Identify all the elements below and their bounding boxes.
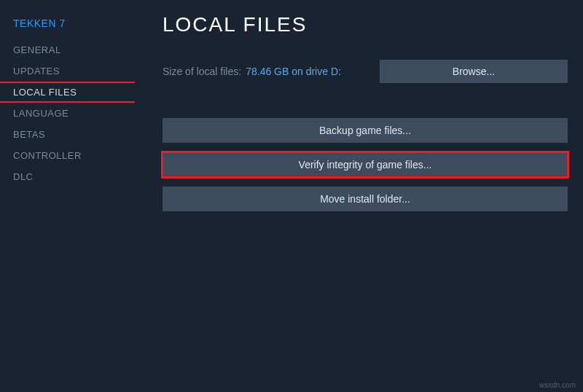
move-button[interactable]: Move install folder... <box>163 187 568 211</box>
page-title: LOCAL FILES <box>163 13 568 36</box>
sidebar-item-local-files[interactable]: LOCAL FILES <box>0 82 135 103</box>
size-row: Size of local files: 78.46 GB on drive D… <box>163 60 568 83</box>
size-label: Size of local files: <box>163 66 241 77</box>
browse-button[interactable]: Browse... <box>380 60 568 83</box>
sidebar-item-label: BETAS <box>13 129 45 140</box>
size-value: 78.46 GB on drive D: <box>246 66 375 77</box>
sidebar-item-label: GENERAL <box>13 44 61 55</box>
sidebar-item-updates[interactable]: UPDATES <box>0 60 135 82</box>
watermark: wsxdn.com <box>539 381 576 389</box>
sidebar-item-controller[interactable]: CONTROLLER <box>0 145 135 166</box>
sidebar-item-label: LANGUAGE <box>13 108 69 119</box>
action-buttons: Backup game files...Verify integrity of … <box>163 118 568 211</box>
sidebar-item-label: DLC <box>13 171 34 182</box>
sidebar-nav: GENERALUPDATESLOCAL FILESLANGUAGEBETASCO… <box>0 39 135 187</box>
sidebar-item-dlc[interactable]: DLC <box>0 166 135 187</box>
sidebar: TEKKEN 7 GENERALUPDATESLOCAL FILESLANGUA… <box>0 0 135 392</box>
sidebar-item-betas[interactable]: BETAS <box>0 124 135 145</box>
sidebar-item-label: LOCAL FILES <box>13 87 77 98</box>
sidebar-item-label: CONTROLLER <box>13 150 82 161</box>
game-title: TEKKEN 7 <box>0 13 135 39</box>
backup-button[interactable]: Backup game files... <box>163 118 568 143</box>
main-panel: LOCAL FILES Size of local files: 78.46 G… <box>135 0 583 392</box>
sidebar-item-label: UPDATES <box>13 66 60 77</box>
sidebar-item-language[interactable]: LANGUAGE <box>0 103 135 124</box>
sidebar-item-general[interactable]: GENERAL <box>0 39 135 60</box>
verify-button[interactable]: Verify integrity of game files... <box>163 152 568 177</box>
